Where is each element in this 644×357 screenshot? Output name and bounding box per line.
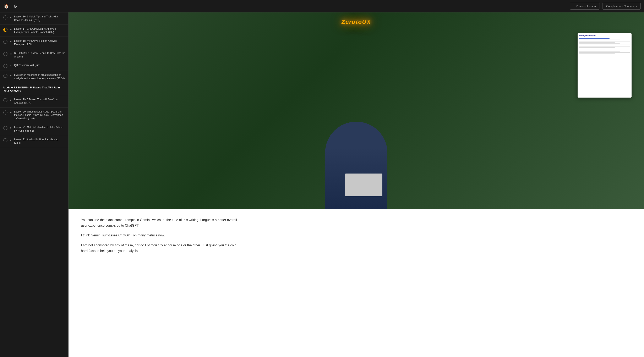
sidebar-item-label: Lesson 21: Get Stakeholders to Take Acti…: [14, 126, 65, 133]
chevron-right-icon: ›: [636, 4, 637, 8]
doc-line: [579, 39, 620, 40]
doc-line: [579, 42, 615, 43]
doc-line: [579, 40, 615, 40]
lesson-text-content: You can use the exact same prompts in Ge…: [68, 209, 255, 266]
quiz-icon: [10, 64, 12, 67]
module-title: Module 4.8 BONUS - 5 Biases That Will Ru…: [3, 86, 60, 92]
nav-left: 🏠 ⚙: [3, 3, 18, 9]
main-layout: Lesson 16: 6 Quick Tips and Tricks with …: [0, 12, 644, 357]
doc-line: [579, 44, 630, 44]
complete-continue-label: Complete and Continue: [606, 4, 635, 8]
chevron-left-icon: ‹: [574, 4, 575, 8]
doc-line-participant: [579, 49, 604, 50]
video-icon: [10, 126, 12, 129]
video-icon: [10, 28, 12, 31]
doc-line: [579, 50, 620, 50]
completion-circle: [3, 15, 8, 20]
completion-circle: [3, 138, 8, 142]
video-player[interactable]: ZerotoUX AI Analysis Dummy Data: [68, 12, 644, 209]
doc-line: [579, 54, 620, 54]
home-icon[interactable]: 🏠: [3, 3, 9, 9]
sidebar-item-resource[interactable]: RESOURCE: Lesson 17 and 18 Raw Data for …: [0, 49, 68, 61]
completion-circle-half: [3, 28, 8, 32]
sidebar-item-lesson21[interactable]: Lesson 21: Get Stakeholders to Take Acti…: [0, 123, 68, 135]
sidebar-item-lesson19[interactable]: Lesson 19: 5 Biases That Will Ruin Your …: [0, 95, 68, 108]
doc-line: [579, 42, 630, 42]
neon-text: ZerotoUX: [342, 19, 371, 25]
video-icon: [10, 111, 12, 114]
paragraph-3: I am not sponsored by any of these, nor …: [81, 242, 243, 254]
complete-continue-button[interactable]: Complete and Continue ›: [602, 3, 641, 10]
paragraph-1: You can use the exact same prompts in Ge…: [81, 217, 243, 228]
previous-lesson-label: Previous Lesson: [576, 4, 596, 8]
completion-circle: [3, 98, 8, 102]
doc-line: [579, 43, 620, 44]
doc-line: [579, 52, 620, 52]
content-area: ZerotoUX AI Analysis Dummy Data: [68, 12, 644, 357]
sidebar-item-label: Live cohort recording of great questions…: [14, 73, 65, 80]
doc-line: [579, 45, 615, 45]
sidebar-item-lesson16[interactable]: Lesson 16: 6 Quick Tips and Tricks with …: [0, 12, 68, 25]
sidebar-item-label: Lesson 22: Availability Bias & Anchoring…: [14, 138, 65, 145]
sidebar-item-label: Lesson 17: ChatGPT/Gemini Analysis Examp…: [14, 27, 65, 34]
laptop: [345, 174, 382, 196]
document-overlay: AI Analysis Dummy Data: [578, 33, 632, 98]
sidebar-item-lesson18[interactable]: Lesson 18: Miro AI vs. Human Analysis - …: [0, 37, 68, 49]
video-icon: [10, 138, 12, 141]
video-frame: ZerotoUX AI Analysis Dummy Data: [68, 12, 644, 209]
sidebar-item-lesson17[interactable]: Lesson 17: ChatGPT/Gemini Analysis Examp…: [0, 25, 68, 37]
sidebar-item-lesson20[interactable]: Lesson 20: When Nicolas Cage Appears in …: [0, 108, 68, 123]
sidebar: Lesson 16: 6 Quick Tips and Tricks with …: [0, 12, 68, 357]
completion-circle: [3, 40, 8, 44]
settings-icon[interactable]: ⚙: [12, 3, 18, 9]
top-navigation: 🏠 ⚙ ‹ Previous Lesson Complete and Conti…: [0, 0, 644, 12]
sidebar-item-quiz[interactable]: QUIZ: Module 4.8 Quiz: [0, 61, 68, 71]
doc-line: [579, 47, 615, 48]
completion-circle: [3, 126, 8, 130]
resource-icon: [10, 52, 12, 56]
video-icon: [10, 74, 12, 77]
doc-line: [579, 53, 615, 54]
doc-line: [579, 46, 620, 46]
sidebar-item-label: QUIZ: Module 4.8 Quiz: [14, 64, 40, 67]
completion-circle: [3, 52, 8, 56]
sidebar-item-label: Lesson 16: 6 Quick Tips and Tricks with …: [14, 15, 65, 22]
completion-circle: [3, 110, 8, 114]
neon-sign: ZerotoUX: [342, 19, 371, 25]
sidebar-item-label: RESOURCE: Lesson 17 and 18 Raw Data for …: [14, 52, 65, 58]
nav-right: ‹ Previous Lesson Complete and Continue …: [570, 3, 641, 10]
previous-lesson-button[interactable]: ‹ Previous Lesson: [570, 3, 600, 10]
completion-circle: [3, 74, 8, 78]
doc-line: [579, 38, 610, 38]
doc-title: AI Analysis Dummy Data: [579, 35, 630, 36]
doc-line: [579, 46, 630, 47]
sidebar-item-cohort[interactable]: Live cohort recording of great questions…: [0, 71, 68, 83]
sidebar-item-label: Lesson 18: Miro AI vs. Human Analysis - …: [14, 39, 65, 46]
video-icon: [10, 16, 12, 18]
completion-circle: [3, 64, 8, 68]
paragraph-2: I think Gemini surpasses ChatGPT on many…: [81, 232, 243, 238]
sidebar-item-label: Lesson 20: When Nicolas Cage Appears in …: [14, 110, 65, 120]
doc-line: [579, 41, 620, 41]
sidebar-item-lesson22[interactable]: Lesson 22: Availability Bias & Anchoring…: [0, 135, 68, 148]
sidebar-item-label: Lesson 19: 5 Biases That Will Ruin Your …: [14, 98, 65, 105]
doc-line: [579, 51, 615, 51]
module-section-header: Module 4.8 BONUS - 5 Biases That Will Ru…: [0, 83, 68, 95]
doc-line: [579, 52, 630, 53]
video-icon: [10, 98, 12, 101]
video-icon: [10, 40, 12, 43]
